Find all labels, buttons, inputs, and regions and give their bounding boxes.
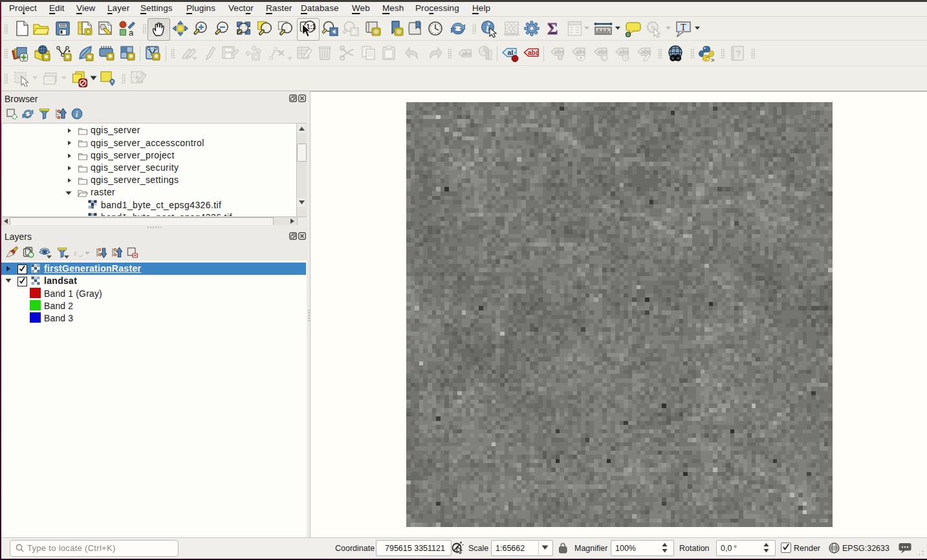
svg-text:?: ? [736, 49, 741, 58]
svg-text:abc: abc [641, 48, 651, 55]
svg-text:abc: abc [576, 48, 586, 55]
svg-text:ε: ε [74, 248, 78, 258]
svg-text:Σ: Σ [547, 21, 558, 36]
svg-text:abc: abc [462, 50, 472, 57]
svg-text:T: T [681, 23, 686, 32]
svg-text:>: > [711, 58, 714, 62]
svg-text:abc: abc [619, 48, 629, 55]
svg-text:abc: abc [554, 48, 565, 55]
svg-text:a: a [129, 28, 134, 36]
svg-text:abc: abc [528, 49, 540, 56]
svg-text:abc: abc [598, 48, 608, 55]
